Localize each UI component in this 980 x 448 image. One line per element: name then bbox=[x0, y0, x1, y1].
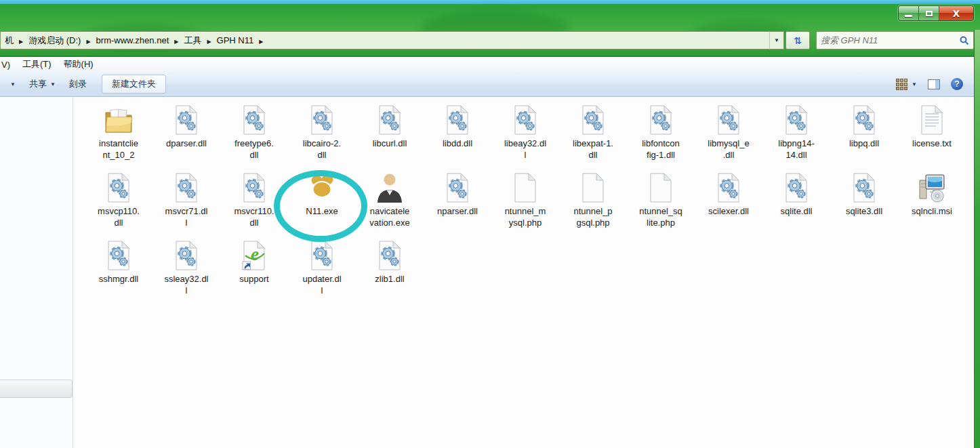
views-grid-cell bbox=[896, 79, 899, 82]
file-name-label: libmysql_e.dll bbox=[708, 138, 749, 161]
views-grid-icon bbox=[896, 79, 907, 90]
dll-icon bbox=[102, 171, 135, 204]
dll-icon bbox=[441, 104, 474, 136]
breadcrumb-chevron-icon[interactable]: ▶ bbox=[83, 39, 93, 45]
chevron-down-icon: ▼ bbox=[912, 81, 917, 87]
search-input[interactable] bbox=[821, 35, 960, 45]
minimize-button[interactable] bbox=[899, 6, 919, 20]
breadcrumb-chevron-icon[interactable]: ▶ bbox=[204, 39, 213, 45]
file-tile[interactable]: msvcr110.dll bbox=[220, 170, 288, 238]
file-name-label: libpq.dll bbox=[849, 138, 879, 150]
toolbar-item-label: 新建文件夹 bbox=[112, 78, 156, 90]
command-toolbar: ▼共享▼刻录新建文件夹 ▼ ? bbox=[0, 72, 974, 97]
file-name-label: ntunnel_sqlite.php bbox=[639, 206, 682, 229]
file-tile[interactable]: instantclient_10_2 bbox=[85, 102, 152, 170]
breadcrumb-item[interactable]: 游戏启动 (D:) bbox=[26, 35, 83, 45]
file-tile[interactable]: scilexer.dll bbox=[695, 170, 762, 238]
dll-icon bbox=[848, 171, 880, 204]
maximize-button[interactable] bbox=[919, 6, 939, 20]
file-name-label: libdd.dll bbox=[443, 138, 472, 150]
file-name-label: libfontconfig-1.dll bbox=[642, 138, 680, 161]
file-name-label: navicatelevation.exe bbox=[369, 206, 409, 229]
file-tile[interactable]: libdd.dll bbox=[424, 102, 491, 170]
menu-item[interactable]: 帮助(H) bbox=[58, 58, 100, 70]
dll-icon bbox=[645, 104, 677, 136]
file-tile[interactable]: ntunnel_sqlite.php bbox=[627, 170, 695, 238]
svg-text:e: e bbox=[251, 244, 259, 264]
address-dropdown-button[interactable]: ▼ bbox=[769, 31, 784, 49]
file-tile[interactable]: sqlite3.dll bbox=[830, 170, 898, 238]
preview-pane-button[interactable] bbox=[928, 79, 940, 89]
change-view-button[interactable]: ▼ bbox=[896, 79, 917, 90]
file-tile[interactable]: ntunnel_mysql.php bbox=[491, 170, 559, 238]
menu-item[interactable]: 工具(T) bbox=[16, 58, 58, 70]
dll-icon bbox=[238, 104, 270, 136]
blank-file-icon bbox=[509, 171, 542, 204]
toolbar-item[interactable]: 刻录 bbox=[62, 75, 94, 94]
file-name-label: libeay32.dll bbox=[504, 138, 546, 161]
file-tile[interactable]: libcurl.dll bbox=[356, 102, 424, 170]
toolbar-item[interactable]: 新建文件夹 bbox=[102, 75, 166, 94]
file-tile[interactable]: libexpat-1.dll bbox=[559, 102, 627, 170]
search-box[interactable] bbox=[816, 31, 974, 49]
file-tile[interactable]: zlib1.dll bbox=[356, 238, 424, 306]
menu-item[interactable]: V) bbox=[0, 60, 16, 70]
refresh-button[interactable]: ⇅ bbox=[785, 31, 810, 49]
file-tile[interactable]: libeay32.dll bbox=[491, 102, 559, 170]
address-row: 机▶游戏启动 (D:)▶brm-www.zhen.net▶工具▶GPH N11▶… bbox=[0, 31, 974, 49]
file-tile[interactable]: sqlite.dll bbox=[762, 170, 830, 238]
breadcrumb-item[interactable]: GPH N11 bbox=[214, 35, 257, 45]
file-tile[interactable]: libfontconfig-1.dll bbox=[627, 102, 695, 170]
toolbar-item[interactable]: 共享▼ bbox=[22, 75, 62, 94]
navigation-pane-footer-bar[interactable] bbox=[0, 380, 73, 398]
dll-icon bbox=[577, 104, 609, 136]
file-tile[interactable]: freetype6.dll bbox=[220, 102, 288, 170]
dll-icon bbox=[170, 104, 203, 136]
file-tile[interactable]: license.txt bbox=[898, 102, 966, 170]
dll-icon bbox=[373, 239, 406, 272]
menu-bar: V)工具(T)帮助(H) bbox=[0, 57, 974, 72]
file-name-label: zlib1.dll bbox=[375, 274, 404, 285]
file-tile[interactable]: libmysql_e.dll bbox=[695, 102, 762, 170]
breadcrumb-item[interactable]: 工具 bbox=[181, 35, 204, 45]
file-tile[interactable]: updater.dll bbox=[288, 238, 356, 306]
breadcrumb-chevron-icon[interactable]: ▶ bbox=[16, 39, 26, 45]
file-name-label: libpng14-14.dll bbox=[778, 138, 815, 161]
breadcrumb-chevron-icon[interactable]: ▶ bbox=[171, 39, 181, 45]
toolbar-item-label: 共享 bbox=[29, 78, 47, 90]
file-tile[interactable]: navicatelevation.exe bbox=[356, 170, 424, 238]
caption-button-group: X bbox=[898, 5, 974, 21]
file-grid: instantclient_10_2 dparser.dll freetype6… bbox=[75, 97, 969, 448]
file-tile[interactable]: e support bbox=[220, 238, 288, 306]
file-name-label: support bbox=[239, 274, 268, 285]
file-tile[interactable]: nparser.dll bbox=[424, 170, 491, 238]
file-tile[interactable]: sqlncli.msi bbox=[898, 170, 966, 238]
breadcrumb-item[interactable]: 机 bbox=[2, 35, 16, 45]
file-tile[interactable]: libcairo-2.dll bbox=[288, 102, 356, 170]
file-tile[interactable]: N11.exe bbox=[288, 170, 356, 238]
dll-icon bbox=[848, 104, 880, 136]
file-name-label: libexpat-1.dll bbox=[573, 138, 613, 161]
dll-icon bbox=[441, 171, 474, 204]
file-name-label: sqlite3.dll bbox=[846, 206, 882, 218]
chevron-down-icon: ▼ bbox=[10, 81, 16, 87]
file-tile[interactable]: libpq.dll bbox=[830, 102, 898, 170]
breadcrumb-item[interactable]: brm-www.zhen.net bbox=[94, 35, 172, 45]
file-tile[interactable]: msvcp110.dll bbox=[85, 170, 152, 238]
person-icon bbox=[373, 171, 406, 204]
close-button[interactable]: X bbox=[939, 6, 973, 20]
file-name-label: dparser.dll bbox=[166, 138, 207, 150]
internet-shortcut-icon: e bbox=[238, 239, 270, 272]
file-tile[interactable]: msvcr71.dll bbox=[152, 170, 220, 238]
file-tile[interactable]: libpng14-14.dll bbox=[762, 102, 830, 170]
toolbar-item[interactable]: ▼ bbox=[0, 78, 22, 91]
file-tile[interactable]: ssleay32.dll bbox=[152, 238, 220, 306]
chevron-down-icon: ▼ bbox=[50, 81, 56, 87]
address-breadcrumb-bar[interactable]: 机▶游戏启动 (D:)▶brm-www.zhen.net▶工具▶GPH N11▶ bbox=[0, 31, 769, 49]
file-tile[interactable]: ntunnel_pgsql.php bbox=[559, 170, 627, 238]
file-name-label: N11.exe bbox=[306, 206, 338, 218]
file-tile[interactable]: dparser.dll bbox=[152, 102, 220, 170]
breadcrumb-chevron-icon[interactable]: ▶ bbox=[256, 39, 266, 45]
file-tile[interactable]: sshmgr.dll bbox=[85, 238, 152, 306]
help-button[interactable]: ? bbox=[951, 78, 963, 90]
